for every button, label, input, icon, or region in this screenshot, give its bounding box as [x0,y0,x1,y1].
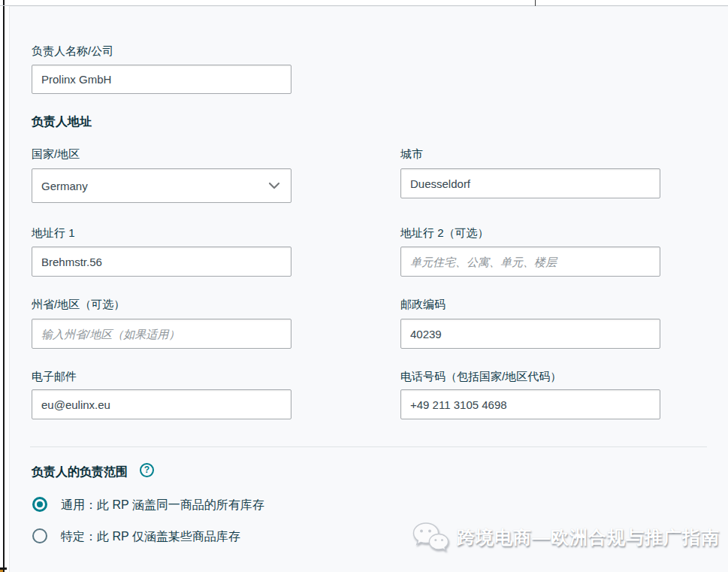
state-input[interactable] [32,319,292,349]
scope-specific-radio[interactable] [32,528,47,543]
chevron-down-icon [268,182,280,189]
state-label: 州省/地区（可选） [32,298,125,312]
scope-section-title: 负责人的负责范围 [32,465,128,480]
help-icon[interactable]: ? [140,463,154,477]
country-select-value: Germany [41,180,88,192]
phone-input[interactable] [400,389,660,419]
postal-code-label: 邮政编码 [400,298,446,312]
address-line1-label: 地址行 1 [32,226,75,241]
email-label: 电子邮件 [32,370,77,384]
address-line2-label: 地址行 2（可选） [400,226,489,241]
country-select[interactable]: Germany [32,168,292,203]
city-input[interactable] [400,168,660,198]
scope-generic-radio[interactable] [32,497,47,512]
scope-generic-radio-label[interactable]: 通用：此 RP 涵盖同一商品的所有库存 [61,498,264,513]
responsible-person-name-input[interactable] [32,65,292,94]
address-line1-input[interactable] [32,247,292,277]
postal-code-input[interactable] [400,319,660,349]
page-left-border [3,0,5,572]
responsible-person-name-label: 负责人名称/公司 [32,44,113,59]
top-tick-artifact [535,0,536,6]
section-divider [30,446,707,447]
email-input[interactable] [32,389,292,419]
phone-label: 电话号码（包括国家/地区代码） [400,370,561,384]
address-line2-input[interactable] [400,247,660,277]
scope-specific-radio-label[interactable]: 特定：此 RP 仅涵盖某些商品库存 [61,529,240,545]
country-label: 国家/地区 [32,147,80,162]
city-label: 城市 [400,147,423,162]
address-section-title: 负责人地址 [32,114,92,130]
